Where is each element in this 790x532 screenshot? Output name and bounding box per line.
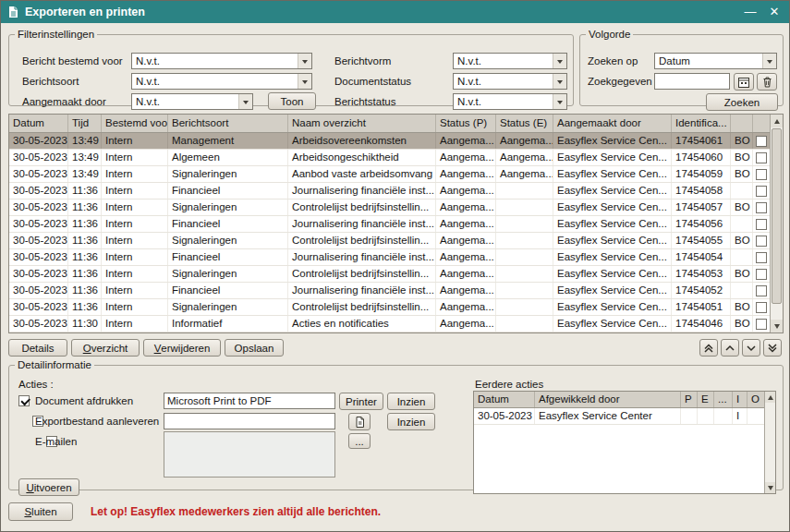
chevron-down-icon[interactable] [553, 54, 566, 68]
column-header-bo [731, 115, 753, 132]
row-checkbox[interactable] [756, 285, 767, 296]
chevron-up-icon [724, 343, 735, 354]
opslaan-button[interactable]: Opslaan [225, 339, 284, 357]
clear-zoekgegeven-button[interactable] [757, 73, 777, 91]
zoeken-button[interactable]: Zoeken [706, 93, 778, 111]
cell-door: Easyflex Service Cen... [553, 283, 672, 298]
scroll-down-button[interactable] [742, 339, 760, 357]
table-row[interactable]: 30-05-202311:36InternSignaleringenContro… [9, 266, 770, 283]
scrollbar-down-arrow[interactable] [771, 320, 783, 332]
inzien-export-button[interactable]: Inzien [387, 413, 435, 430]
row-checkbox[interactable] [756, 269, 767, 280]
column-header-status-e[interactable]: Status (E) [496, 115, 553, 132]
row-checkbox[interactable] [756, 252, 767, 263]
cell-bo: BO [731, 150, 753, 165]
cell-datum: 30-05-2023 [9, 133, 68, 149]
cell-door: Easyflex Service Cen... [553, 150, 672, 165]
berichten-table: Datum Tijd Bestemd voor Berichtsoort Naa… [8, 114, 784, 333]
scrollbar-down-arrow[interactable] [765, 482, 775, 493]
scroll-bottom-button[interactable] [763, 339, 782, 357]
row-checkbox[interactable] [756, 219, 767, 230]
column-header-identificatie[interactable]: Identifica... [672, 115, 731, 132]
scrollbar-up-arrow[interactable] [765, 392, 775, 403]
calendar-button[interactable] [734, 73, 754, 91]
exportbestand-field[interactable] [164, 413, 335, 429]
details-button[interactable]: Details [8, 339, 67, 357]
chevron-down-icon[interactable] [762, 54, 776, 68]
eerdere-column-dots[interactable]: ... [714, 392, 733, 407]
uitvoeren-button[interactable]: Uitvoeren [18, 478, 79, 496]
table-scrollbar[interactable] [770, 115, 783, 332]
table-row[interactable]: 30-05-202311:36InternFinancieelJournalis… [9, 216, 770, 233]
row-checkbox[interactable] [756, 202, 767, 213]
chevron-down-icon[interactable] [298, 54, 311, 68]
berichtsoort-select[interactable]: N.v.t. [131, 73, 312, 90]
eerdere-column-p[interactable]: P [681, 392, 698, 407]
table-row[interactable]: 30-05-202311:36InternFinancieelJournalis… [9, 183, 770, 200]
documentstatus-select[interactable]: N.v.t. [453, 73, 567, 90]
table-row[interactable]: 30-05-202311:36InternSignaleringenContro… [9, 200, 770, 216]
row-checkbox[interactable] [756, 152, 767, 163]
table-row[interactable]: 30-05-202313:49InternAlgemeenArbeidsonge… [9, 150, 770, 166]
chevron-down-icon[interactable] [553, 94, 566, 109]
scroll-up-button[interactable] [721, 339, 739, 357]
row-checkbox[interactable] [756, 319, 767, 330]
table-row[interactable]: 30-05-202313:49InternSignaleringenAanbod… [9, 166, 770, 183]
scroll-top-button[interactable] [699, 339, 718, 357]
row-checkbox[interactable] [756, 236, 767, 247]
aangemaakt-door-select[interactable]: N.v.t. [131, 93, 253, 110]
row-checkbox[interactable] [756, 186, 767, 197]
table-row[interactable]: 30-05-202313:49InternManagementArbeidsov… [9, 133, 770, 150]
exportbestand-browse-button[interactable] [348, 413, 371, 430]
bericht-bestemd-voor-select[interactable]: N.v.t. [131, 53, 312, 69]
table-row[interactable]: 30-05-202311:36InternSignaleringenContro… [9, 233, 770, 249]
overzicht-button[interactable]: Overzicht [71, 339, 140, 357]
chevron-down-icon[interactable] [298, 74, 311, 89]
eerdere-column-o[interactable]: O [747, 392, 764, 407]
column-header-aangemaakt-door[interactable]: Aangemaakt door [553, 115, 672, 132]
printer-name-field[interactable] [164, 393, 335, 409]
scrollbar-up-arrow[interactable] [771, 115, 783, 127]
inzien-print-button[interactable]: Inzien [387, 393, 435, 410]
table-row[interactable]: 30-05-202311:30InternInformatiefActies e… [9, 316, 770, 332]
calendar-icon [737, 76, 750, 89]
chevron-down-icon[interactable] [553, 74, 566, 89]
chevron-down-icon[interactable] [238, 94, 252, 109]
email-recipients-field[interactable] [164, 431, 335, 478]
zoekgegeven-input[interactable] [654, 73, 730, 90]
table-row[interactable]: 30-05-202311:36InternSignaleringenContro… [9, 299, 770, 316]
eerdere-table-row[interactable]: 30-05-2023Easyflex Service CenterI [474, 408, 764, 425]
eerdere-column-i[interactable]: I [733, 392, 747, 407]
column-header-status-p[interactable]: Status (P) [436, 115, 496, 132]
field-label-berichtvorm: Berichtvorm [334, 53, 391, 69]
column-header-berichtsoort[interactable]: Berichtsoort [168, 115, 288, 132]
sluiten-button[interactable]: Sluiten [8, 502, 73, 521]
eerdere-column-datum[interactable]: Datum [474, 392, 535, 407]
eerdere-column-afgewikkeld-door[interactable]: Afgewikkeld door [535, 392, 681, 407]
titlebar: Exporteren en printen — ✕ [1, 1, 789, 23]
eerdere-cell-dots [714, 408, 733, 424]
verwijderen-button[interactable]: Verwijderen [143, 339, 221, 357]
printer-button[interactable]: Printer [339, 393, 383, 410]
row-checkbox[interactable] [756, 136, 767, 147]
table-row[interactable]: 30-05-202311:36InternFinancieelJournalis… [9, 283, 770, 299]
column-header-tijd[interactable]: Tijd [68, 115, 102, 132]
email-browse-button[interactable]: ... [348, 433, 371, 449]
scrollbar-thumb[interactable] [772, 128, 782, 304]
row-checkbox[interactable] [756, 302, 767, 313]
zoeken-op-select[interactable]: Datum [654, 53, 777, 69]
berichtstatus-select[interactable]: N.v.t. [453, 93, 567, 110]
berichtvorm-select[interactable]: N.v.t. [453, 53, 567, 69]
document-afdrukken-checkbox[interactable] [18, 395, 30, 406]
column-header-datum[interactable]: Datum [9, 115, 68, 132]
minimize-button[interactable]: — [738, 1, 762, 23]
row-checkbox[interactable] [756, 169, 767, 180]
column-header-bestemd-voor[interactable]: Bestemd voor [102, 115, 168, 132]
close-button[interactable]: ✕ [762, 1, 786, 23]
column-header-naam-overzicht[interactable]: Naam overzicht [288, 115, 436, 132]
table-row[interactable]: 30-05-202311:36InternFinancieelJournalis… [9, 249, 770, 266]
toon-button[interactable]: Toon [268, 92, 316, 110]
eerdere-scrollbar[interactable] [764, 392, 775, 493]
eerdere-column-e[interactable]: E [698, 392, 714, 407]
trash-icon [761, 76, 773, 89]
